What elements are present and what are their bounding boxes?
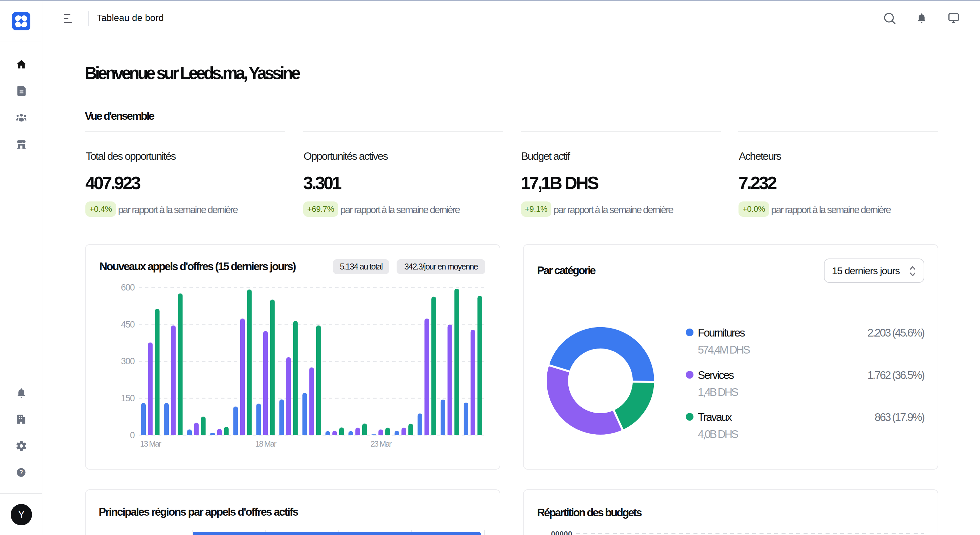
svg-text:18 Mar: 18 Mar xyxy=(255,439,277,448)
svg-text:150: 150 xyxy=(121,393,134,403)
svg-text:23 Mar: 23 Mar xyxy=(371,439,392,448)
svg-text:600: 600 xyxy=(121,282,134,293)
svg-text:0: 0 xyxy=(130,430,134,440)
svg-text:?: ? xyxy=(19,469,23,476)
svg-text:450: 450 xyxy=(121,320,134,330)
svg-text:300: 300 xyxy=(121,356,134,366)
svg-text:13 Mar: 13 Mar xyxy=(140,439,161,448)
